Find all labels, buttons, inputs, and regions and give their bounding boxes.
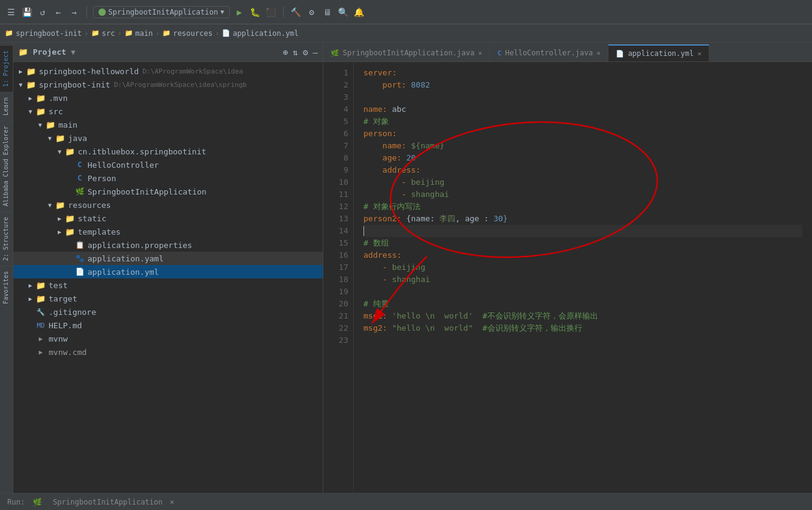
code-editor[interactable]: 12345 678910 1112131415 1617181920 21222… bbox=[323, 62, 812, 493]
tree-label: mvnw.cmd bbox=[49, 348, 87, 357]
tree-path: D:\AProgramWorkSpace\idea\springb bbox=[114, 81, 247, 89]
token: 8082 bbox=[411, 79, 430, 91]
tree-item-mvnw-cmd[interactable]: ▶ mvnw.cmd bbox=[13, 345, 323, 359]
mvnw-icon: ▶ bbox=[35, 335, 46, 343]
breadcrumb-main-label: main bbox=[136, 29, 153, 38]
tree-item-static[interactable]: ▶ 📁 static bbox=[13, 212, 323, 225]
tab-close-status[interactable]: × bbox=[170, 498, 174, 506]
forward-icon[interactable]: → bbox=[68, 6, 80, 18]
tree-item-hellocontroller[interactable]: C HelloController bbox=[13, 158, 323, 171]
side-label-alibaba[interactable]: Alibaba Cloud Explorer bbox=[0, 120, 13, 211]
tree-item-java[interactable]: ▼ 📁 java bbox=[13, 131, 323, 145]
token: shanghai bbox=[411, 188, 449, 201]
app-name-label[interactable]: SpringbootInitApplication bbox=[53, 498, 163, 506]
token: - bbox=[363, 176, 411, 188]
code-line-13: person2: {name: 李四, age : 30} bbox=[363, 213, 802, 225]
notification-icon[interactable]: 🔔 bbox=[353, 6, 365, 18]
tree-item-mvnw[interactable]: ▶ mvnw bbox=[13, 332, 323, 345]
stop-icon[interactable]: ⬛ bbox=[265, 6, 277, 18]
tab-hello-controller[interactable]: C HelloController.java × bbox=[490, 44, 608, 61]
debug-icon[interactable]: 🐛 bbox=[249, 6, 261, 18]
tree-label: static bbox=[78, 214, 106, 223]
tree-item-mvn[interactable]: ▶ 📁 .mvn bbox=[13, 91, 323, 105]
tree-item-app-yml[interactable]: 📄 application.yml bbox=[13, 265, 323, 278]
folder-icon: 📁 bbox=[35, 281, 46, 290]
code-line-1: server: bbox=[363, 67, 802, 79]
side-labels: 1: Project Learn Alibaba Cloud Explorer … bbox=[0, 43, 13, 493]
code-content[interactable]: server: port: 8082 name: abc # 对象 bbox=[354, 62, 812, 493]
token: "hello \n world" bbox=[392, 322, 473, 334]
tree-label: target bbox=[49, 294, 77, 303]
yaml-file-icon: 🐾 bbox=[74, 254, 85, 263]
breadcrumb-sep-4: › bbox=[215, 29, 219, 38]
refresh-icon[interactable]: ↺ bbox=[36, 6, 49, 18]
collapse-icon[interactable]: ⇅ bbox=[293, 47, 298, 57]
settings-icon[interactable]: ⚙ bbox=[306, 6, 318, 18]
minimize-icon[interactable]: — bbox=[313, 47, 318, 57]
token: - bbox=[363, 261, 392, 274]
breadcrumb-resources[interactable]: 📁 resources bbox=[162, 29, 213, 38]
tree-item-package[interactable]: ▼ 📁 cn.itbluebox.springbootinit bbox=[13, 145, 323, 158]
tab-close-icon[interactable]: × bbox=[698, 50, 702, 58]
breadcrumb-project[interactable]: 📁 springboot-init bbox=[5, 29, 81, 38]
save-icon[interactable]: 💾 bbox=[21, 6, 33, 18]
tree-item-springboot-helloworld[interactable]: ▶ 📁 springboot-helloworld D:\AProgramWor… bbox=[13, 64, 323, 78]
side-label-favorites[interactable]: Favorites bbox=[0, 266, 13, 309]
tree-item-src[interactable]: ▼ 📁 src bbox=[13, 105, 323, 118]
tree-item-app-yaml[interactable]: 🐾 application.yaml bbox=[13, 252, 323, 265]
token: server: bbox=[363, 67, 397, 79]
side-label-learn[interactable]: Learn bbox=[0, 92, 13, 120]
code-line-9: address: bbox=[363, 164, 802, 176]
code-line-5: # 对象 bbox=[363, 115, 802, 128]
project-dropdown-icon[interactable]: ▼ bbox=[71, 48, 75, 57]
run-config-dropdown[interactable]: SpringbootInitApplication ▼ bbox=[93, 6, 230, 18]
token: beijing bbox=[392, 261, 425, 274]
tab-close-icon[interactable]: × bbox=[597, 49, 601, 57]
code-line-23 bbox=[363, 334, 802, 346]
folder-icon: 📁 bbox=[64, 147, 75, 156]
side-label-structure[interactable]: 2: Structure bbox=[0, 212, 13, 266]
build-icon[interactable]: 🔨 bbox=[290, 6, 302, 18]
tree-item-templates[interactable]: ▶ 📁 templates bbox=[13, 225, 323, 238]
tab-springboot-init-app[interactable]: 🌿 SpringbootInitApplication.java × bbox=[323, 44, 490, 61]
folder-icon: 📁 bbox=[55, 134, 66, 143]
tree-label: HelloController bbox=[88, 160, 159, 170]
run-label: Run: bbox=[7, 498, 25, 506]
side-label-project[interactable]: 1: Project bbox=[0, 45, 13, 92]
tree-label: src bbox=[49, 107, 63, 116]
gear-icon[interactable]: ⚙ bbox=[303, 47, 308, 57]
tree-item-help[interactable]: MD HELP.md bbox=[13, 319, 323, 332]
token: {name: bbox=[406, 213, 439, 225]
project-panel: 📁 Project ▼ ⊕ ⇅ ⚙ — ▶ 📁 springboot-hello… bbox=[13, 43, 323, 493]
breadcrumb-file[interactable]: 📄 application.yml bbox=[222, 29, 298, 38]
run-icon[interactable]: ▶ bbox=[233, 6, 246, 18]
tree-item-gitignore[interactable]: 🔧 .gitignore bbox=[13, 305, 323, 319]
locate-icon[interactable]: ⊕ bbox=[283, 47, 287, 57]
breadcrumb-main[interactable]: 📁 main bbox=[125, 29, 153, 38]
status-bar: Run: 🌿 SpringbootInitApplication × bbox=[0, 493, 812, 510]
tree-item-app-properties[interactable]: 📋 application.properties bbox=[13, 238, 323, 252]
tab-application-yml[interactable]: 📄 application.yml × bbox=[608, 44, 709, 61]
tree-item-resources[interactable]: ▼ 📁 resources bbox=[13, 198, 323, 212]
code-line-4: name: abc bbox=[363, 103, 802, 115]
tree-item-springbootapp[interactable]: 🌿 SpringbootInitApplication bbox=[13, 185, 323, 198]
collapse-arrow: ▼ bbox=[35, 122, 45, 128]
terminal-icon[interactable]: 🖥 bbox=[322, 6, 334, 18]
search-icon[interactable]: 🔍 bbox=[337, 6, 349, 18]
code-line-20: # 纯量 bbox=[363, 298, 802, 310]
token: shanghai bbox=[392, 274, 430, 286]
back-icon[interactable]: ← bbox=[52, 6, 64, 18]
tree-item-springboot-init[interactable]: ▼ 📁 springboot-init D:\AProgramWorkSpace… bbox=[13, 78, 323, 91]
tab-close-icon[interactable]: × bbox=[478, 49, 483, 57]
collapse-arrow: ▼ bbox=[16, 81, 26, 88]
editor-area: 🌿 SpringbootInitApplication.java × C Hel… bbox=[323, 43, 812, 493]
menu-icon[interactable]: ☰ bbox=[5, 6, 17, 18]
tree-item-test[interactable]: ▶ 📁 test bbox=[13, 278, 323, 292]
tree-item-person[interactable]: C Person bbox=[13, 171, 323, 185]
tree-item-main[interactable]: ▼ 📁 main bbox=[13, 118, 323, 131]
tree-item-target[interactable]: ▶ 📁 target bbox=[13, 292, 323, 305]
collapse-arrow: ▶ bbox=[26, 295, 35, 302]
code-line-11: - shanghai bbox=[363, 188, 802, 201]
token: #会识别转义字符，输出换行 bbox=[473, 322, 582, 334]
breadcrumb-src[interactable]: 📁 src bbox=[91, 29, 115, 38]
